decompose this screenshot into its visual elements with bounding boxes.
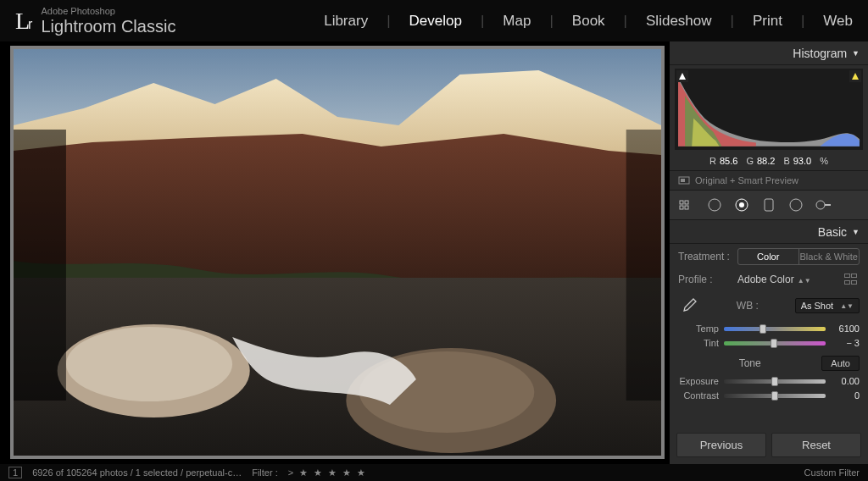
exposure-value[interactable]: 0.00 [831,376,860,386]
svg-rect-12 [680,206,683,209]
exposure-label: Exposure [678,376,719,386]
treatment-color[interactable]: Color [738,249,799,264]
treatment-bw[interactable]: Black & White [799,249,860,264]
filmstrip-footer: 1 6926 of 105264 photos / 1 selected / p… [0,464,868,481]
svg-point-14 [709,199,721,211]
tint-slider-row: Tint − 3 [670,336,868,351]
highlight-clip-indicator[interactable] [849,70,861,82]
app-logo: Lr [15,8,32,35]
right-panel: Histogram ▼ R85.6 [670,41,868,464]
module-book[interactable]: Book [572,13,605,30]
previous-button[interactable]: Previous [676,433,766,457]
basic-panel-header[interactable]: Basic ▼ [670,220,868,244]
tone-label: Tone [678,357,821,369]
collapse-icon: ▼ [852,49,860,58]
contrast-value[interactable]: 0 [831,390,860,401]
radial-filter-icon[interactable] [787,196,805,214]
svg-point-16 [739,202,744,207]
spot-removal-icon[interactable] [732,196,751,214]
shadow-clip-indicator[interactable] [676,70,688,82]
brand-subtitle: Adobe Photoshop [41,7,175,16]
modules: Library | Develop | Map | Book | Slidesh… [324,13,853,30]
main: Histogram ▼ R85.6 [0,41,868,464]
tint-slider[interactable] [724,341,826,346]
temp-slider[interactable] [724,327,826,331]
basic-title: Basic [818,225,847,239]
tone-header: Tone Auto [670,351,868,374]
histogram-title: Histogram [793,47,847,60]
photo-preview [14,49,661,456]
app-root: Lr Adobe Photoshop Lightroom Classic Lib… [0,0,868,481]
profile-label: Profile : [678,274,731,285]
preview-icon [678,176,690,185]
canvas-area [0,41,670,464]
svg-rect-6 [14,130,66,401]
module-picker-bar: Lr Adobe Photoshop Lightroom Classic Lib… [0,0,868,41]
count-text: 6926 of 105264 photos / 1 selected / per… [32,467,242,478]
collapse-icon: ▼ [852,228,860,236]
module-print[interactable]: Print [753,13,782,30]
rgb-readout: R85.6 G88.2 B93.0 % [670,153,868,170]
module-web[interactable]: Web [823,13,853,30]
brand-title: Lightroom Classic [41,18,175,35]
temp-value[interactable]: 6100 [831,323,860,334]
histogram[interactable] [675,69,863,150]
profile-dropdown[interactable]: Adobe Color▲▼ [737,274,811,285]
smart-preview-row[interactable]: Original + Smart Preview [670,170,868,191]
svg-rect-10 [680,201,683,204]
profile-browser-icon[interactable] [844,274,860,285]
custom-filter-dropdown[interactable]: Custom Filter [804,467,860,478]
module-develop[interactable]: Develop [409,13,462,30]
temp-slider-row: Temp 6100 [670,322,868,336]
svg-point-3 [66,327,232,401]
white-balance-row: WB : As Shot▲▼ [670,290,868,322]
exposure-slider[interactable] [724,379,826,384]
view-modes-icon[interactable] [678,196,697,214]
svg-rect-11 [685,201,688,204]
photo-frame[interactable] [10,46,665,459]
exposure-slider-row: Exposure 0.00 [670,374,868,389]
treatment-toggle[interactable]: Color Black & White [737,248,860,265]
wb-label: WB : [737,300,759,312]
contrast-label: Contrast [678,390,719,401]
auto-button[interactable]: Auto [821,356,860,371]
redeye-tool-icon[interactable] [760,196,778,214]
tint-value[interactable]: − 3 [831,338,860,348]
histogram-header[interactable]: Histogram ▼ [670,41,868,65]
rating-filter[interactable]: > ★ ★ ★ ★ ★ [288,467,368,478]
svg-rect-9 [681,179,685,182]
temp-label: Temp [678,323,719,334]
svg-point-18 [790,199,802,211]
filter-label: Filter : [252,467,278,478]
contrast-slider-row: Contrast 0 [670,389,868,403]
develop-toolstrip [670,191,868,220]
svg-point-19 [816,201,825,209]
eyedropper-icon[interactable] [678,295,700,317]
module-library[interactable]: Library [324,13,368,30]
svg-rect-17 [765,199,773,211]
profile-row: Profile : Adobe Color▲▼ [670,269,868,290]
module-map[interactable]: Map [503,13,531,30]
contrast-slider[interactable] [724,394,826,398]
svg-rect-13 [685,206,688,209]
adjustment-brush-icon[interactable] [814,196,832,214]
module-slideshow[interactable]: Slideshow [646,13,712,30]
tint-label: Tint [678,338,719,348]
reset-button[interactable]: Reset [771,433,861,457]
wb-dropdown[interactable]: As Shot▲▼ [795,298,860,313]
preview-label: Original + Smart Preview [695,175,798,185]
svg-rect-7 [626,130,661,401]
crop-tool-icon[interactable] [705,196,724,214]
brand: Lr Adobe Photoshop Lightroom Classic [15,7,175,35]
treatment-label: Treatment : [678,251,731,263]
grid-view-icon[interactable]: 1 [8,467,22,478]
treatment-row: Treatment : Color Black & White [670,244,868,269]
